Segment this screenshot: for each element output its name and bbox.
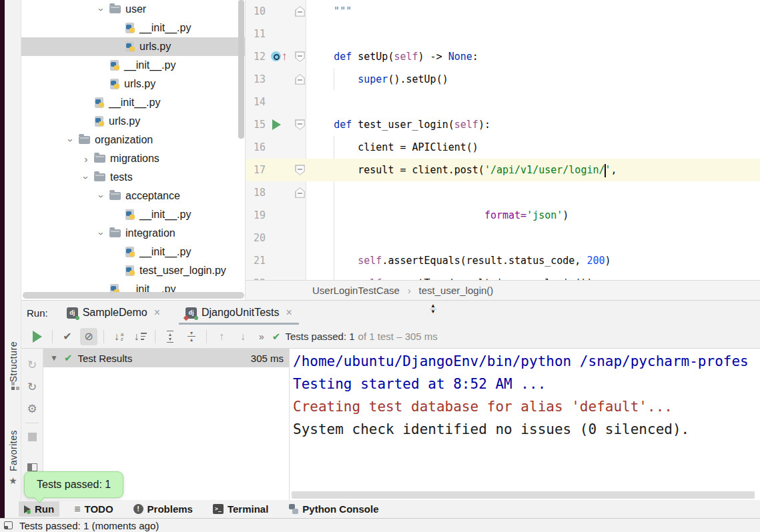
line-number: 20 (246, 227, 266, 249)
sort-alphabetically-button[interactable]: ↓az (110, 328, 127, 345)
tree-item-user[interactable]: ›user (21, 0, 245, 19)
close-icon[interactable]: × (154, 307, 160, 319)
tree-item-urls-py[interactable]: ›urls.py (21, 75, 245, 93)
folder-icon (79, 136, 90, 144)
toolwindow-button-terminal[interactable]: >_Terminal (208, 501, 274, 517)
chevron-collapsed-icon[interactable]: › (78, 153, 94, 165)
tree-item-migrations[interactable]: ›migrations (21, 149, 245, 168)
code-text: result = client.post('/api/v1/user/login… (310, 159, 617, 181)
run-test-gutter-icon[interactable] (268, 113, 291, 136)
tree-item--init-py[interactable]: ›__init__.py (21, 19, 245, 37)
chevron-expanded-icon[interactable]: › (96, 1, 107, 17)
favorites-toolwindow-button[interactable]: Favorites ★ (5, 430, 21, 486)
chevron-expanded-icon[interactable]: › (96, 188, 107, 204)
tree-item-tests[interactable]: ›tests (21, 168, 245, 187)
toolwindow-toggle-icon[interactable] (4, 521, 13, 529)
folder-icon (94, 173, 105, 181)
tree-item-label: urls.py (139, 41, 171, 53)
structure-toolwindow-button[interactable]: Structure (5, 341, 21, 390)
tree-vertical-scrollbar[interactable] (238, 0, 244, 139)
toggle-auto-test-icon[interactable]: ↻ (21, 376, 43, 398)
tree-item-integration[interactable]: ›integration (21, 224, 245, 243)
code-text: client = APIClient() (310, 136, 478, 159)
tree-horizontal-scrollbar[interactable] (23, 292, 244, 299)
editor-line-18[interactable]: 18 (246, 181, 760, 204)
show-ignored-button[interactable]: ⊘ (80, 328, 97, 345)
breadcrumb-method[interactable]: test_user_login() (419, 285, 494, 296)
tree-item--init-py[interactable]: ›__init__.py (21, 243, 245, 261)
editor-line-12[interactable]: 12↑ def setUp(self) -> None: (246, 45, 760, 68)
fold-start-icon[interactable] (295, 119, 305, 130)
chevron-expanded-icon[interactable]: › (65, 132, 77, 148)
tree-item--init-py[interactable]: ›__init__.py (21, 205, 245, 224)
console-horizontal-scrollbar[interactable] (292, 491, 755, 499)
chevron-down-icon[interactable]: ▼ (50, 353, 58, 363)
editor-line-13[interactable]: 13 super().setUp() (246, 68, 760, 91)
rerun-failed-tests-icon[interactable]: ↻ (21, 354, 43, 376)
editor-line-21[interactable]: 21 self.assertEquals(result.status_code,… (246, 249, 760, 272)
tree-item-urls-py[interactable]: ›urls.py (21, 112, 245, 131)
toolwindow-button-run[interactable]: Run (19, 501, 59, 517)
show-passed-button[interactable]: ✔ (59, 328, 76, 345)
line-number: 15 (246, 113, 266, 136)
chevron-expanded-icon[interactable]: › (81, 169, 92, 185)
override-method-icon[interactable]: ↑ (268, 45, 291, 68)
editor-line-17[interactable]: 17 result = client.post('/api/v1/user/lo… (246, 159, 760, 181)
rerun-tests-button[interactable] (29, 328, 46, 345)
editor-line-19[interactable]: 19 format='json') (246, 204, 760, 227)
editor-line-14[interactable]: 14 (246, 91, 760, 113)
tree-item-acceptance[interactable]: ›acceptance (21, 187, 245, 205)
splitter-handle[interactable]: ▲ ▼ (428, 301, 438, 317)
wrench-icon[interactable]: ⚙ (21, 398, 43, 420)
project-tree[interactable]: ›user›__init__.py›urls.py›__init__.py›ur… (21, 0, 246, 300)
tree-item-test-user-login-py[interactable]: ›test_user_login.py (21, 261, 245, 280)
collapse-all-button[interactable]: ▼▲ (183, 328, 200, 345)
left-tool-stripe: Structure Favorites ★ (5, 0, 21, 518)
python-file-icon (109, 79, 120, 89)
console-line: Creating test database for alias 'defaul… (292, 395, 760, 418)
editor-line-16[interactable]: 16 client = APIClient() (246, 136, 760, 159)
next-occurrence-button[interactable]: ↓ (234, 328, 252, 345)
run-console[interactable]: /home/ubuntu/DjangoEnv/bin/python /snap/… (292, 349, 760, 500)
close-icon[interactable]: × (286, 307, 292, 319)
editor-line-15[interactable]: 15 def test_user_login(self): (246, 113, 760, 136)
chevron-expanded-icon[interactable]: › (96, 225, 107, 241)
test-results-row[interactable]: ▼ ✔ Test Results 305 ms (43, 349, 289, 367)
more-actions-button[interactable]: » (259, 331, 263, 342)
python-file-icon (125, 265, 135, 276)
breadcrumb-class[interactable]: UserLoginTestCase (312, 285, 400, 296)
expand-all-button[interactable]: ▲▼ (161, 328, 179, 345)
test-duration: 305 ms (251, 353, 284, 364)
tree-item-label: __init__.py (139, 209, 191, 221)
panel-divider[interactable] (289, 349, 290, 500)
tree-item-organization[interactable]: ›organization (21, 131, 245, 149)
project-tree-rows: ›user›__init__.py›urls.py›__init__.py›ur… (21, 0, 245, 299)
editor-line-11[interactable]: 11 (246, 23, 760, 45)
toolwindow-button-python-console[interactable]: Python Console (283, 501, 384, 517)
line-number: 18 (246, 181, 266, 204)
run-tab-djangounittests[interactable]: dj DjangoUnitTests × (179, 301, 299, 325)
fold-end-icon[interactable] (295, 74, 305, 85)
tree-item-label: user (125, 3, 146, 15)
editor-line-20[interactable]: 20 (246, 227, 760, 249)
tree-item--init-py[interactable]: ›__init__.py (21, 56, 245, 75)
editor-line-10[interactable]: 10 """ (246, 0, 760, 23)
toolwindow-button-todo[interactable]: ≡TODO (69, 501, 118, 517)
editor-line-22[interactable]: 22 self.assertTrue(result.is_user_login(… (246, 272, 760, 280)
code-text: """ (310, 0, 352, 23)
previous-occurrence-button[interactable]: ↑ (213, 328, 230, 345)
stop-icon[interactable] (21, 426, 43, 448)
code-editor[interactable]: 10 """1112↑ def setUp(self) -> None:13 s… (246, 0, 760, 280)
tests-passed-text: Tests passed: 1 (285, 331, 354, 342)
tree-item--init-py[interactable]: ›__init__.py (21, 93, 245, 112)
fold-end-icon[interactable] (295, 187, 305, 198)
toolwindow-button-problems[interactable]: !Problems (128, 501, 198, 517)
fold-start-icon[interactable] (295, 51, 305, 62)
tests-detail-text: of 1 test – 305 ms (358, 331, 438, 342)
folder-icon (109, 229, 121, 237)
run-tab-sampledemo[interactable]: dj SampleDemo × (60, 301, 167, 325)
tree-item-urls-py[interactable]: ›urls.py (21, 37, 245, 56)
fold-end-icon[interactable] (295, 6, 305, 17)
fold-start-icon[interactable] (295, 165, 305, 175)
sort-by-duration-button[interactable]: ↓ (131, 328, 149, 345)
